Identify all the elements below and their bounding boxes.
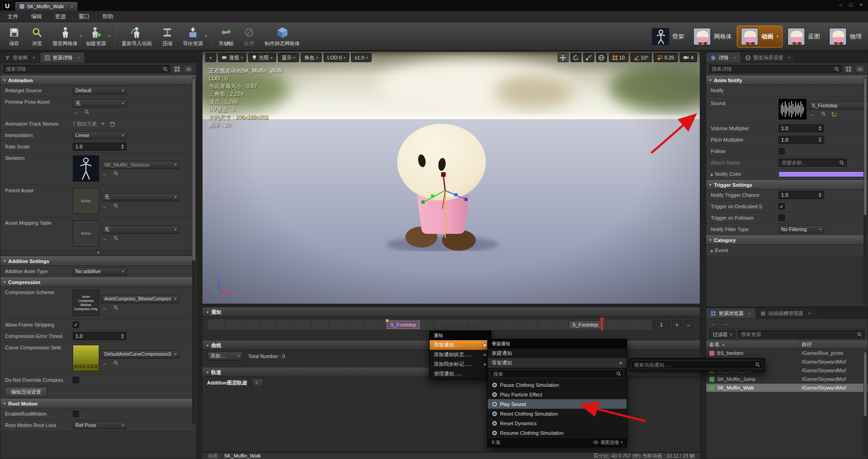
remove-track-button[interactable]: – (683, 320, 693, 329)
retarget-source-dropdown[interactable]: Default▾ (73, 86, 127, 95)
grid-view-icon[interactable] (172, 65, 182, 73)
menu-window[interactable]: 窗口 (79, 13, 90, 21)
create-asset-button[interactable]: 创建资源 ▾ (82, 24, 110, 49)
lit-button[interactable]: 光照▾ (248, 53, 276, 62)
anim-notify-search-field[interactable] (631, 360, 763, 369)
menu-item-add-notify-state[interactable]: 添加通知状态......▶ (430, 350, 491, 359)
apply-button[interactable]: 应用 (238, 24, 261, 49)
attach-name-input[interactable] (781, 160, 837, 165)
tab-anim-slot-manager[interactable]: 动画插槽管理器 × (756, 308, 816, 318)
tab-details[interactable]: i 详情 × (706, 53, 741, 63)
use-selected-icon[interactable]: ← (101, 235, 109, 242)
section-trigger-settings[interactable]: ▾Trigger Settings (706, 180, 868, 190)
tab-skeleton-tree[interactable]: 骨架树 × (0, 53, 40, 63)
menu-item-manage-notifies[interactable]: 管理通知...... (430, 369, 491, 379)
maximize-button[interactable]: □ (849, 2, 852, 7)
column-path[interactable]: 路径 (799, 340, 868, 348)
notify-color-swatch[interactable] (778, 171, 865, 177)
compression-scheme-dropdown[interactable]: AnimCompress_BitwiseCompres▾ (101, 295, 179, 303)
use-selected-icon[interactable]: ← (101, 170, 109, 177)
asset-row-selected[interactable]: SK_Muffin_Walk /Game/SkywardMuf (706, 384, 868, 392)
pitch-multiplier-input[interactable]: 1.0 (778, 136, 824, 144)
section-anim-notify[interactable]: ▾Anim Notify (706, 75, 868, 85)
enable-root-motion-checkbox[interactable] (73, 411, 79, 417)
notify-option-reset-dynamics[interactable]: Reset Dynamics (488, 418, 627, 428)
parent-asset-thumbnail[interactable]: None (73, 188, 99, 214)
mode-physics[interactable]: 物理 (825, 26, 865, 47)
muffin-character[interactable]: Hip (364, 94, 519, 251)
browse-to-asset-icon[interactable] (112, 360, 119, 366)
use-selected-icon[interactable]: ← (101, 203, 109, 209)
section-compression[interactable]: ▾Compression (0, 277, 196, 287)
3d-viewport[interactable]: Hip ▾ 透视▾ 光照▾ 显示▾ 角色▾ LOD 0▾ x1.0▾ (202, 51, 700, 304)
allow-frame-stripping-checkbox[interactable] (73, 322, 79, 328)
notify-option-reset-clothing[interactable]: Reset Clothing Simulation (488, 409, 627, 418)
eye-filter-icon[interactable] (184, 65, 193, 73)
asset-details-search-input[interactable] (6, 66, 161, 72)
filter-button[interactable]: 过滤器 ▾ (709, 330, 735, 338)
make-static-mesh-button[interactable]: 制作静态网格体 (261, 24, 304, 49)
mode-skeleton[interactable]: 骨架 (648, 26, 688, 47)
edit-compression-button[interactable]: 编辑压缩设置 (5, 387, 47, 397)
rotation-snap-button[interactable]: 10° (630, 53, 652, 62)
notify-marker-selected[interactable]: S_Footstep (387, 321, 420, 329)
save-button[interactable]: 保存 (3, 24, 26, 49)
grid-snap-button[interactable]: 10 (609, 53, 628, 62)
tab-close-icon[interactable]: × (748, 311, 751, 316)
curve-compression-dropdown[interactable]: DefaultAnimCurveCompressionS▾ (101, 350, 179, 359)
menu-asset[interactable]: 资源 (55, 13, 66, 21)
tab-asset-details[interactable]: 资源详情 × (40, 53, 85, 63)
sound-waveform-thumbnail[interactable] (778, 99, 807, 120)
mode-mesh[interactable]: 网格体 (690, 26, 735, 47)
perspective-button[interactable]: 透视▾ (218, 53, 246, 62)
additive-track-dropdown[interactable]: ▾ (252, 379, 263, 387)
tab-close-icon[interactable]: × (32, 55, 35, 60)
rate-scale-input[interactable]: 1.0 (73, 142, 127, 151)
view-options-button[interactable]: 视图选项 ▾ (593, 439, 623, 446)
mode-blueprint[interactable]: 蓝图 (784, 26, 824, 47)
camera-speed-button[interactable]: 4 (680, 53, 697, 62)
anim-notify-search-input[interactable] (634, 362, 753, 368)
notify-search-field[interactable] (490, 369, 624, 378)
grid-view-icon[interactable] (844, 65, 853, 73)
browse-to-asset-icon[interactable] (112, 305, 119, 311)
sound-asset-dropdown[interactable]: S_Footstep▾ (809, 101, 868, 110)
nav-forward-button[interactable]: → (722, 320, 728, 327)
section-category[interactable]: ▾Category (706, 235, 868, 245)
reimport-anim-button[interactable]: 重新导入动画 (117, 24, 156, 49)
use-selected-icon[interactable]: ← (101, 360, 109, 366)
show-button[interactable]: 显示▾ (278, 53, 299, 62)
key-button[interactable]: 关键帧 (214, 24, 238, 49)
left-panel-scrollbar[interactable] (192, 77, 196, 424)
add-element-icon[interactable]: + (99, 121, 107, 127)
notify-option-pause-clothing[interactable]: Pause Clothing Simulation (488, 380, 627, 390)
notify-filter-type-dropdown[interactable]: No Filtering▾ (778, 225, 824, 233)
browse-to-asset-icon[interactable] (83, 109, 91, 115)
volume-multiplier-input[interactable]: 1.0 (778, 124, 824, 132)
asset-search-input[interactable] (741, 332, 855, 337)
add-track-button[interactable]: + (672, 320, 682, 329)
character-button[interactable]: 角色▾ (301, 53, 322, 62)
collapsed-arrow-icon[interactable]: ▶ (711, 173, 714, 177)
add-curve-button[interactable]: 添加....▾ (207, 352, 243, 360)
notify-trigger-chance-input[interactable]: 1.0 (778, 191, 824, 199)
preview-pose-asset-dropdown[interactable]: 无▾ (73, 99, 127, 107)
tab-close-icon[interactable]: × (733, 55, 736, 60)
reset-to-default-icon[interactable] (830, 111, 837, 117)
advanced-expander[interactable]: ▼ (0, 250, 196, 256)
browse-to-asset-icon[interactable] (112, 235, 119, 242)
close-button[interactable]: × (860, 2, 863, 7)
browse-to-asset-icon[interactable] (820, 111, 827, 117)
column-name[interactable]: 命名▲ (706, 340, 799, 348)
use-selected-icon[interactable]: ← (73, 109, 80, 115)
parent-asset-dropdown[interactable]: 无▾ (101, 193, 179, 201)
chevron-down-icon[interactable]: ▾ (205, 34, 207, 38)
additive-anim-type-dropdown[interactable]: No additive▾ (73, 267, 127, 275)
asset-row[interactable]: SK_Muffin_Jump /Game/SkywardMuf (706, 375, 868, 384)
trash-icon[interactable] (109, 121, 116, 127)
menu-item-add-notify[interactable]: 添加通知......▶ (430, 340, 491, 350)
scale-tool-button[interactable] (583, 53, 594, 62)
asset-mapping-thumbnail[interactable]: None (73, 220, 99, 247)
tab-close-icon[interactable]: × (788, 55, 791, 60)
notify-option-play-sound[interactable]: Play Sound (488, 399, 627, 409)
